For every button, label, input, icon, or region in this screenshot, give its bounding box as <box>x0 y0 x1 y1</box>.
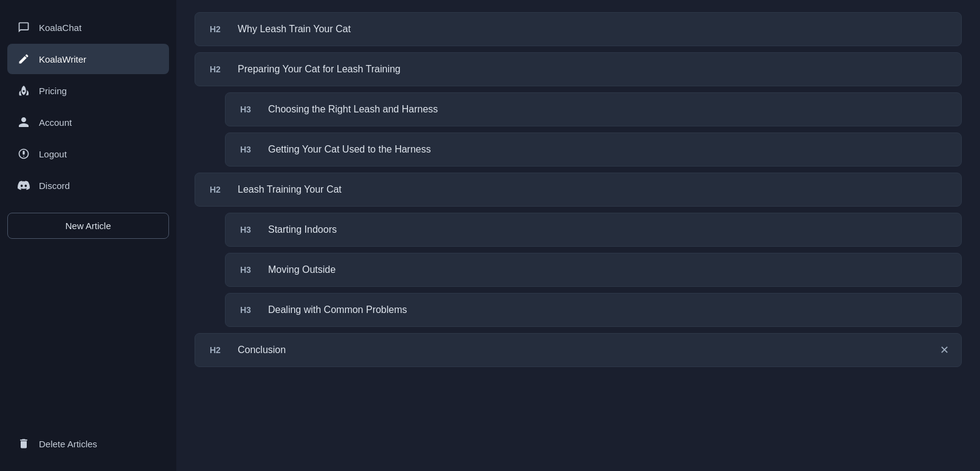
sidebar-item-account-label: Account <box>39 117 72 128</box>
heading-badge: H3 <box>240 225 257 235</box>
heading-text: Choosing the Right Leash and Harness <box>268 104 438 115</box>
sidebar-item-koalawriter-label: KoalaWriter <box>39 54 86 64</box>
heading-text: Getting Your Cat Used to the Harness <box>268 144 431 155</box>
delete-articles-label: Delete Articles <box>39 439 97 449</box>
sidebar-item-delete-articles[interactable]: Delete Articles <box>7 428 169 459</box>
sidebar-item-koalawriter[interactable]: KoalaWriter <box>7 44 169 74</box>
close-button-h2-4[interactable]: ✕ <box>940 345 949 356</box>
outline-item-h2-2[interactable]: H2Preparing Your Cat for Leash Training <box>195 52 962 86</box>
heading-badge: H2 <box>210 24 227 34</box>
sidebar-item-pricing[interactable]: Pricing <box>7 75 169 106</box>
heading-badge: H3 <box>240 145 257 154</box>
heading-text: Moving Outside <box>268 264 336 275</box>
main-content: H2Why Leash Train Your CatH2Preparing Yo… <box>176 0 980 471</box>
heading-badge: H2 <box>210 64 227 74</box>
discord-icon <box>17 179 30 192</box>
trash-icon <box>17 437 30 450</box>
heading-text: Starting Indoors <box>268 224 337 235</box>
chat-icon <box>17 21 30 34</box>
outline-item-h2-3[interactable]: H2Leash Training Your Cat <box>195 173 962 207</box>
heading-text: Why Leash Train Your Cat <box>238 24 351 35</box>
sidebar-bottom: Delete Articles <box>0 428 176 459</box>
outline-item-h3-3[interactable]: H3Starting Indoors <box>225 213 962 247</box>
heading-badge: H2 <box>210 185 227 194</box>
heading-text: Leash Training Your Cat <box>238 184 342 195</box>
sidebar-item-koalachat[interactable]: KoalaChat <box>7 12 169 43</box>
heading-text: Preparing Your Cat for Leash Training <box>238 64 401 75</box>
rocket-icon <box>17 84 30 97</box>
sidebar-item-logout[interactable]: Logout <box>7 139 169 169</box>
heading-badge: H2 <box>210 345 227 355</box>
writer-icon <box>17 52 30 66</box>
heading-badge: H3 <box>240 105 257 114</box>
heading-text: Conclusion <box>238 345 286 356</box>
sidebar: KoalaChat KoalaWriter Pricing <box>0 0 176 471</box>
outline-item-h3-2[interactable]: H3Getting Your Cat Used to the Harness <box>225 132 962 167</box>
outline-item-h3-4[interactable]: H3Moving Outside <box>225 253 962 287</box>
sidebar-item-koalachat-label: KoalaChat <box>39 22 81 33</box>
sidebar-item-pricing-label: Pricing <box>39 86 67 96</box>
outline-item-h3-1[interactable]: H3Choosing the Right Leash and Harness <box>225 92 962 126</box>
account-icon <box>17 115 30 129</box>
outline-item-h2-1[interactable]: H2Why Leash Train Your Cat <box>195 12 962 46</box>
heading-badge: H3 <box>240 265 257 275</box>
sidebar-item-logout-label: Logout <box>39 149 67 159</box>
outline-item-h2-4[interactable]: H2Conclusion✕ <box>195 333 962 367</box>
heading-badge: H3 <box>240 305 257 315</box>
new-article-button[interactable]: New Article <box>7 213 169 239</box>
sidebar-item-discord-label: Discord <box>39 180 70 191</box>
sidebar-item-discord[interactable]: Discord <box>7 170 169 201</box>
logout-icon <box>17 147 30 160</box>
heading-text: Dealing with Common Problems <box>268 304 407 315</box>
sidebar-nav: KoalaChat KoalaWriter Pricing <box>0 12 176 201</box>
outline-item-h3-5[interactable]: H3Dealing with Common Problems <box>225 293 962 327</box>
sidebar-item-account[interactable]: Account <box>7 107 169 137</box>
